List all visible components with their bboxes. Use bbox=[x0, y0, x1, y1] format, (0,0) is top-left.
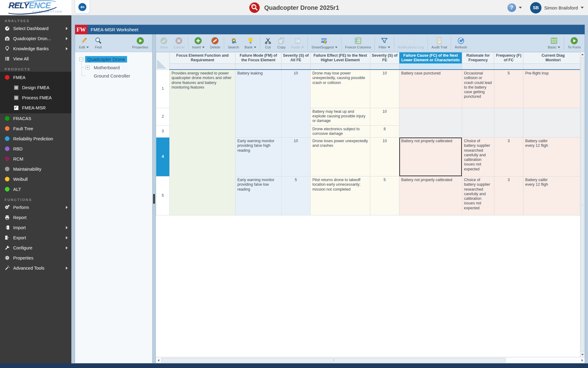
smartsuggest-button[interactable]: SmartSuggest bbox=[309, 35, 340, 52]
basic-view-button[interactable]: Basic bbox=[545, 35, 563, 52]
cell-failure-effect[interactable]: Drone electronics subject to corrosive d… bbox=[311, 125, 370, 138]
notifications-log-button[interactable]: Notifications Log bbox=[395, 35, 427, 52]
find-button[interactable]: Find bbox=[92, 35, 105, 52]
cell-failure-mode[interactable]: Battery leaking bbox=[236, 70, 281, 138]
sidebar-item-view-all[interactable]: View All bbox=[0, 54, 71, 64]
paste-button[interactable]: Paste bbox=[288, 35, 307, 52]
sidebar-item-fmea-msr[interactable]: FMEA-MSR bbox=[0, 103, 71, 113]
cell-current-diag[interactable]: Battery calibr every 12 fligh bbox=[523, 176, 583, 215]
cell-failure-mode[interactable]: Early warning monitor providing false lo… bbox=[236, 176, 281, 215]
cell-rationale-empty[interactable] bbox=[462, 108, 494, 138]
filter-cell[interactable] bbox=[523, 63, 583, 70]
row-number[interactable]: 1 bbox=[156, 70, 170, 108]
collapse-root-toggle[interactable]: − bbox=[79, 57, 83, 61]
cancel-button[interactable]: Cancel bbox=[171, 35, 187, 52]
horizontal-scrollbar[interactable] bbox=[156, 357, 585, 363]
sidebar-item-configure[interactable]: Configure bbox=[0, 243, 71, 253]
cell-severity-fe[interactable]: 10 bbox=[370, 70, 399, 108]
expand-motherboard-toggle[interactable]: + bbox=[86, 66, 90, 70]
checkbox-unchecked-icon[interactable] bbox=[13, 85, 19, 90]
avatar[interactable]: SB bbox=[530, 2, 541, 13]
filter-button[interactable]: Filter bbox=[376, 35, 393, 52]
sidebar-item-report[interactable]: Report bbox=[0, 212, 71, 222]
tree-node-quadcopter-drone[interactable]: Quadcopter Drone bbox=[85, 56, 127, 63]
cell-failure-effect[interactable]: Drone loses power unexpectedly and crash… bbox=[311, 138, 370, 176]
horizontal-scroll-thumb[interactable] bbox=[161, 358, 506, 362]
filter-cell[interactable] bbox=[370, 63, 399, 70]
sidebar-item-select-dashboard[interactable]: Select Dashboard bbox=[0, 23, 71, 33]
cell-failure-effect[interactable]: Pilot returns drone to takeoff location … bbox=[311, 176, 370, 215]
tree-properties-button[interactable]: Properties bbox=[130, 35, 151, 52]
checkbox-unchecked-icon[interactable] bbox=[13, 95, 19, 100]
filter-cell[interactable] bbox=[494, 63, 523, 70]
sidebar-item-fmea[interactable]: FMEA bbox=[0, 72, 71, 82]
refresh-button[interactable]: Refresh bbox=[452, 35, 470, 52]
cell-current-diag-empty[interactable] bbox=[523, 108, 583, 138]
sidebar-item-fault-tree[interactable]: Fault Tree bbox=[0, 123, 71, 134]
cell-frequency[interactable]: 3 bbox=[494, 176, 523, 215]
pane-splitter[interactable] bbox=[152, 34, 156, 363]
sidebar-item-perform[interactable]: Perform bbox=[0, 202, 71, 212]
sidebar-item-import[interactable]: Import bbox=[0, 222, 71, 233]
cell-failure-effect[interactable]: Battery may heat up and explode causing … bbox=[311, 108, 370, 125]
cell-failure-mode[interactable]: Early warning monitor providing false hi… bbox=[236, 138, 281, 176]
cell-frequency[interactable]: 5 bbox=[494, 70, 523, 108]
scroll-left-arrow[interactable] bbox=[156, 357, 161, 363]
splitter-grip[interactable] bbox=[153, 194, 155, 204]
help-icon[interactable]: ? bbox=[507, 3, 516, 12]
cell-rationale[interactable]: Choice of battery supplier researched ca… bbox=[462, 176, 494, 215]
cell-current-diag[interactable]: Battery calibr every 12 fligh bbox=[523, 138, 583, 176]
cell-severity-all[interactable]: 10 bbox=[281, 70, 311, 138]
filter-cell[interactable] bbox=[462, 63, 494, 70]
sidebar-item-weibull[interactable]: Weibull bbox=[0, 174, 71, 184]
scroll-down-arrow[interactable] bbox=[580, 352, 585, 357]
vertical-scroll-thumb[interactable] bbox=[581, 57, 584, 352]
filter-cell[interactable] bbox=[170, 63, 236, 70]
cell-focus-function[interactable]: Provides energy needed to power quadcopt… bbox=[170, 70, 236, 215]
select-all-corner[interactable] bbox=[156, 52, 170, 70]
tree-node-ground-controller[interactable]: Ground Controller bbox=[92, 73, 132, 79]
cell-severity-fe[interactable]: 10 bbox=[370, 108, 399, 125]
sidebar-item-reliability-prediction[interactable]: Reliability Prediction bbox=[0, 134, 71, 144]
col-header-severity-all-fe[interactable]: Severity (S) of All FE bbox=[281, 52, 311, 64]
col-header-failure-mode[interactable]: Failure Mode (FM) of the Focus Element bbox=[236, 52, 281, 64]
sidebar-item-alt[interactable]: ALT bbox=[0, 184, 71, 194]
sidebar-item-design-fmea[interactable]: Design FMEA bbox=[0, 82, 71, 93]
cell-failure-cause[interactable]: Battery not properly calibrated bbox=[399, 176, 462, 215]
col-header-current-diag[interactable]: Current Diag Monitori bbox=[523, 52, 583, 64]
row-number[interactable]: 3 bbox=[156, 125, 170, 138]
cut-button[interactable]: Cut bbox=[261, 35, 275, 52]
sidebar-item-fracas[interactable]: FRACAS bbox=[0, 113, 71, 123]
help-dropdown-caret[interactable] bbox=[519, 7, 522, 9]
vertical-scrollbar[interactable] bbox=[580, 52, 585, 357]
col-header-severity-fe[interactable]: Severity (S) of FE bbox=[370, 52, 399, 64]
col-header-focus-element[interactable]: Focus Element Function and Requirement bbox=[170, 52, 236, 64]
cell-rationale[interactable]: Occasional collision or crash could lead… bbox=[462, 70, 494, 108]
audit-trail-button[interactable]: Audit Trail bbox=[429, 35, 450, 52]
user-menu-caret[interactable] bbox=[581, 7, 584, 9]
cell-frequency-empty[interactable] bbox=[494, 108, 523, 138]
bank-button[interactable]: Bank bbox=[242, 35, 259, 52]
cell-current-diag[interactable]: Pre-flight insp bbox=[523, 70, 583, 108]
cell-severity-fe[interactable]: 10 bbox=[370, 138, 399, 176]
cell-severity-all[interactable]: 10 bbox=[281, 138, 311, 176]
row-number[interactable]: 5 bbox=[156, 176, 170, 215]
cell-failure-cause[interactable]: Battery case punctured bbox=[399, 70, 462, 108]
cell-frequency[interactable]: 3 bbox=[494, 138, 523, 176]
save-button[interactable]: Save bbox=[157, 35, 171, 52]
filter-cell[interactable] bbox=[281, 63, 311, 70]
scroll-right-arrow[interactable] bbox=[580, 357, 585, 363]
cell-failure-effect[interactable]: Drone may lose power unexpectedly, causi… bbox=[311, 70, 370, 108]
edit-button[interactable]: Edit bbox=[76, 35, 92, 52]
row-number[interactable]: 2 bbox=[156, 108, 170, 125]
sidebar-item-quadcopter-dron[interactable]: Quadcopter Dron... bbox=[0, 33, 71, 44]
cell-severity-all[interactable]: 5 bbox=[281, 176, 311, 215]
sidebar-item-rcm[interactable]: RCM bbox=[0, 154, 71, 164]
freeze-columns-button[interactable]: Freeze Columns bbox=[342, 35, 374, 52]
col-header-frequency[interactable]: Frequency (F) of FC bbox=[494, 52, 523, 64]
sidebar-item-rbd[interactable]: RBD bbox=[0, 144, 71, 154]
sidebar-item-advanced-tools[interactable]: Advanced Tools bbox=[0, 263, 71, 273]
cell-failure-cause-selected[interactable]: Battery not properly calibrated bbox=[399, 138, 462, 176]
cell-severity-fe[interactable]: 8 bbox=[370, 125, 399, 138]
sidebar-item-process-fmea[interactable]: Process FMEA bbox=[0, 93, 71, 103]
